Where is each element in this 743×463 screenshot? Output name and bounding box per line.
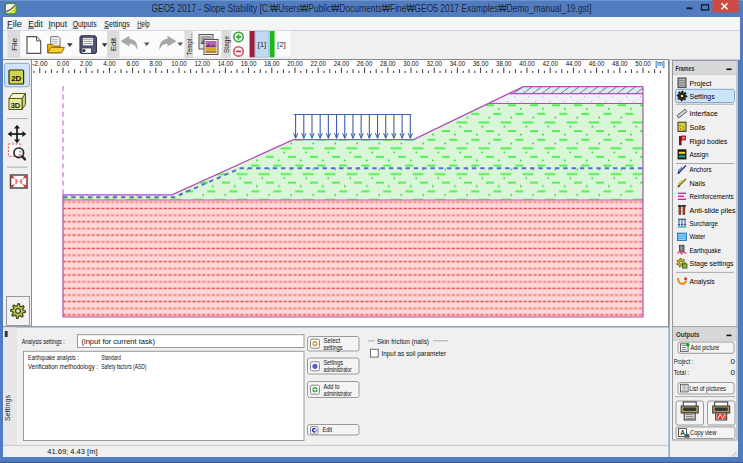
svg-text:Rigid bodies: Rigid bodies bbox=[690, 137, 728, 146]
svg-text:(input for current task): (input for current task) bbox=[82, 337, 156, 346]
svg-text:Edit: Edit bbox=[109, 37, 118, 51]
svg-text:32.00: 32.00 bbox=[426, 60, 442, 67]
svg-text:28.00: 28.00 bbox=[380, 60, 396, 67]
svg-text:-2.00: -2.00 bbox=[32, 60, 48, 67]
svg-text:Edit: Edit bbox=[28, 19, 43, 29]
svg-text:GEO5 2017 - Slope Stability [C: GEO5 2017 - Slope Stability [C:₩Users₩Pu… bbox=[152, 3, 592, 14]
svg-text:34.00: 34.00 bbox=[450, 60, 466, 67]
svg-text:Stage: Stage bbox=[222, 36, 231, 53]
svg-text:File: File bbox=[7, 19, 22, 29]
svg-text:Input as soil parameter: Input as soil parameter bbox=[382, 349, 447, 358]
svg-text:41.69; 4.43 [m]: 41.69; 4.43 [m] bbox=[47, 447, 97, 456]
svg-text:Settings: Settings bbox=[3, 395, 12, 421]
svg-text:administrator: administrator bbox=[324, 389, 352, 398]
svg-text:0: 0 bbox=[731, 368, 736, 377]
svg-text:2D: 2D bbox=[11, 74, 21, 83]
svg-text:Analysis: Analysis bbox=[690, 277, 715, 286]
svg-text:46.00: 46.00 bbox=[589, 60, 605, 67]
svg-text:Input: Input bbox=[49, 19, 68, 29]
svg-text:44.00: 44.00 bbox=[566, 60, 582, 67]
svg-text:Project: Project bbox=[690, 79, 713, 88]
svg-text:Skin friction (nails): Skin friction (nails) bbox=[377, 337, 429, 346]
svg-text:Anchors: Anchors bbox=[690, 165, 712, 174]
svg-text:[2]: [2] bbox=[277, 40, 286, 49]
svg-text:Anti-slide piles: Anti-slide piles bbox=[690, 206, 736, 215]
svg-text:Analysis settings :: Analysis settings : bbox=[22, 337, 65, 346]
svg-text:26.00: 26.00 bbox=[357, 60, 373, 67]
svg-text:Soils: Soils bbox=[690, 123, 706, 132]
svg-text:24.00: 24.00 bbox=[334, 60, 350, 67]
svg-text:30.00: 30.00 bbox=[403, 60, 419, 67]
svg-text:38.00: 38.00 bbox=[496, 60, 512, 67]
svg-text:Edit: Edit bbox=[323, 425, 333, 434]
svg-text:Earthquake: Earthquake bbox=[690, 246, 722, 255]
svg-text:4.00: 4.00 bbox=[103, 60, 115, 67]
svg-text:22.00: 22.00 bbox=[310, 60, 326, 67]
svg-text:Outputs: Outputs bbox=[73, 19, 97, 29]
svg-text:Safety factors (ASD): Safety factors (ASD) bbox=[101, 362, 146, 371]
svg-text:Verification methodology :: Verification methodology : bbox=[28, 362, 98, 371]
svg-text:3D: 3D bbox=[11, 101, 21, 110]
svg-text:6.00: 6.00 bbox=[126, 60, 138, 67]
svg-text:[m]: [m] bbox=[655, 60, 665, 68]
svg-text:File: File bbox=[10, 37, 19, 51]
svg-text:0: 0 bbox=[731, 357, 736, 366]
svg-text:Project :: Project : bbox=[674, 357, 693, 366]
svg-text:40.00: 40.00 bbox=[519, 60, 535, 67]
svg-text:Copy view: Copy view bbox=[690, 428, 717, 437]
svg-text:A: A bbox=[680, 429, 685, 436]
svg-text:Templ...: Templ... bbox=[185, 34, 194, 56]
svg-text:Nails: Nails bbox=[690, 179, 706, 188]
svg-text:Frames: Frames bbox=[676, 64, 695, 73]
svg-text:10.00: 10.00 bbox=[171, 60, 187, 67]
svg-text:Outputs: Outputs bbox=[676, 330, 700, 339]
svg-text:Reinforcements: Reinforcements bbox=[690, 192, 734, 201]
svg-text:12.00: 12.00 bbox=[194, 60, 210, 67]
svg-text:Assign: Assign bbox=[690, 150, 709, 159]
svg-text:[1]: [1] bbox=[257, 40, 266, 49]
svg-text:Help: Help bbox=[137, 19, 150, 29]
svg-text:Surcharge: Surcharge bbox=[690, 219, 719, 228]
svg-text:settings: settings bbox=[324, 343, 343, 352]
svg-text:Total :: Total : bbox=[674, 368, 689, 377]
svg-text:18.00: 18.00 bbox=[264, 60, 280, 67]
svg-text:administrator: administrator bbox=[324, 365, 352, 374]
svg-text:2.00: 2.00 bbox=[80, 60, 92, 67]
svg-text:14.00: 14.00 bbox=[218, 60, 234, 67]
svg-text:Settings: Settings bbox=[104, 19, 130, 29]
svg-text:8.00: 8.00 bbox=[150, 60, 162, 67]
svg-text:List of pictures: List of pictures bbox=[689, 384, 726, 393]
svg-text:16.00: 16.00 bbox=[241, 60, 257, 67]
svg-text:Water: Water bbox=[690, 232, 706, 241]
svg-text:50.00: 50.00 bbox=[635, 60, 651, 67]
svg-text:Add picture: Add picture bbox=[691, 343, 720, 352]
svg-text:Stage settings: Stage settings bbox=[690, 259, 734, 268]
svg-text:Settings: Settings bbox=[690, 92, 715, 101]
svg-text:42.00: 42.00 bbox=[542, 60, 558, 67]
svg-text:36.00: 36.00 bbox=[473, 60, 489, 67]
svg-text:Interface: Interface bbox=[690, 109, 719, 118]
svg-text:48.00: 48.00 bbox=[612, 60, 628, 67]
svg-text:0.00: 0.00 bbox=[57, 60, 69, 67]
svg-text:20.00: 20.00 bbox=[287, 60, 303, 67]
